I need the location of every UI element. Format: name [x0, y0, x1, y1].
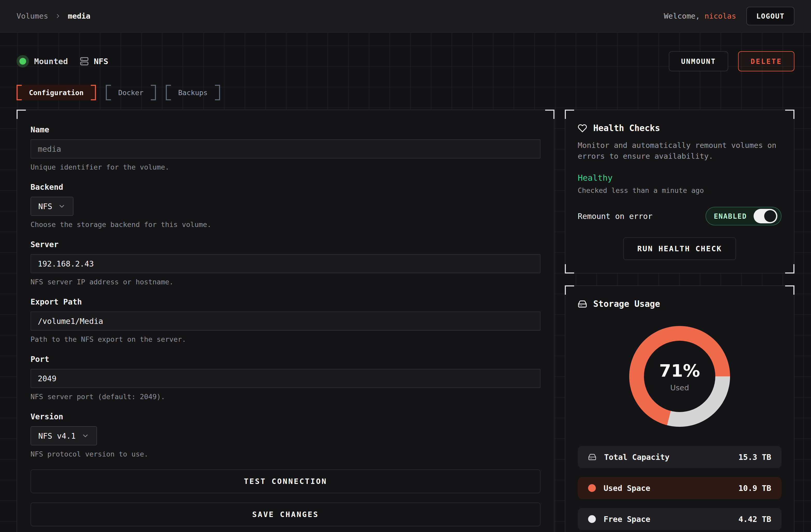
chevron-down-icon: [81, 432, 89, 440]
port-input[interactable]: [31, 369, 540, 388]
used-space-value: 10.9 TB: [739, 484, 771, 493]
username: nicolas: [704, 12, 736, 20]
remount-on-error-label: Remount on error: [578, 212, 653, 221]
page-content: Mounted NFS UNMOUNT DELETE Configuration…: [0, 33, 811, 532]
tab-bar: Configuration Docker Backups: [17, 85, 794, 100]
server-input[interactable]: [31, 254, 540, 273]
backend-field-group: Backend NFS Choose the storage backend f…: [31, 183, 540, 229]
backend-select[interactable]: NFS: [31, 197, 74, 216]
chevron-right-icon: [54, 12, 62, 20]
breadcrumb-current: media: [68, 12, 90, 20]
remount-toggle-state: ENABLED: [714, 212, 747, 220]
welcome-text: Welcome, nicolas: [664, 12, 736, 20]
health-status-text: Healthy: [578, 173, 781, 183]
server-help: NFS server IP address or hostname.: [31, 278, 540, 286]
hard-drive-icon: [578, 299, 587, 309]
health-description: Monitor and automatically remount volume…: [578, 140, 781, 161]
port-label: Port: [31, 355, 540, 364]
tab-backups[interactable]: Backups: [166, 85, 220, 100]
hard-drive-icon: [588, 453, 596, 461]
logout-button[interactable]: LOGOUT: [746, 7, 794, 25]
storage-percent-used: 71%: [659, 361, 700, 381]
backend-label: Backend: [31, 183, 540, 191]
test-connection-button[interactable]: TEST CONNECTION: [31, 469, 540, 493]
tab-docker[interactable]: Docker: [106, 85, 156, 100]
storage-panel-title: Storage Usage: [593, 299, 660, 309]
toggle-switch-icon: [754, 209, 777, 223]
export-path-label: Export Path: [31, 297, 540, 306]
storage-row-free: Free Space 4.42 TB: [578, 508, 781, 530]
total-capacity-value: 15.3 TB: [739, 453, 771, 462]
port-help: NFS server port (default: 2049).: [31, 393, 540, 401]
version-field-group: Version NFS v4.1 NFS protocol version to…: [31, 412, 540, 458]
configuration-panel: Name Unique identifier for the volume. B…: [17, 110, 554, 532]
storage-row-used: Used Space 10.9 TB: [578, 477, 781, 499]
unmount-button[interactable]: UNMOUNT: [669, 51, 729, 71]
free-space-dot-icon: [588, 515, 596, 523]
free-space-value: 4.42 TB: [739, 515, 771, 524]
version-select[interactable]: NFS v4.1: [31, 426, 97, 445]
delete-button[interactable]: DELETE: [738, 51, 794, 71]
server-icon: [80, 57, 89, 66]
server-field-group: Server NFS server IP address or hostname…: [31, 240, 540, 286]
storage-row-total: Total Capacity 15.3 TB: [578, 446, 781, 468]
total-capacity-label: Total Capacity: [604, 453, 670, 462]
export-path-input[interactable]: [31, 312, 540, 331]
save-changes-button[interactable]: SAVE CHANGES: [31, 502, 540, 526]
port-field-group: Port NFS server port (default: 2049).: [31, 355, 540, 401]
export-path-help: Path to the NFS export on the server.: [31, 335, 540, 343]
chevron-down-icon: [58, 202, 66, 210]
tab-configuration[interactable]: Configuration: [17, 85, 96, 100]
server-label: Server: [31, 240, 540, 249]
export-path-field-group: Export Path Path to the NFS export on th…: [31, 297, 540, 343]
mounted-status-icon: [17, 55, 29, 67]
free-space-label: Free Space: [603, 515, 651, 524]
name-help: Unique identifier for the volume.: [31, 163, 540, 171]
breadcrumb: Volumes media: [17, 12, 91, 20]
run-health-check-button[interactable]: RUN HEALTH CHECK: [623, 237, 736, 260]
used-space-dot-icon: [588, 484, 596, 492]
health-checks-panel: Health Checks Monitor and automatically …: [565, 110, 794, 273]
health-last-checked: Checked less than a minute ago: [578, 186, 781, 194]
name-field-group: Name Unique identifier for the volume.: [31, 125, 540, 171]
backend-help: Choose the storage backend for this volu…: [31, 220, 540, 229]
backend-select-value: NFS: [38, 202, 52, 211]
breadcrumb-volumes-link[interactable]: Volumes: [17, 12, 48, 20]
version-help: NFS protocol version to use.: [31, 450, 540, 458]
backend-badge: NFS: [94, 57, 108, 66]
mount-state-label: Mounted: [34, 57, 68, 66]
name-label: Name: [31, 125, 540, 134]
name-input[interactable]: [31, 139, 540, 158]
storage-usage-panel: Storage Usage 71% Used Total Capacity 15…: [565, 285, 794, 532]
remount-toggle[interactable]: ENABLED: [705, 207, 781, 225]
volume-status-row: Mounted NFS UNMOUNT DELETE: [17, 33, 794, 71]
topbar: Volumes media Welcome, nicolas LOGOUT: [0, 0, 811, 33]
storage-donut-chart: 71% Used: [629, 326, 730, 427]
used-space-label: Used Space: [603, 484, 651, 493]
health-panel-title: Health Checks: [593, 123, 660, 133]
storage-percent-sublabel: Used: [670, 384, 689, 392]
heart-icon: [578, 124, 587, 133]
version-select-value: NFS v4.1: [38, 432, 76, 440]
version-label: Version: [31, 412, 540, 421]
